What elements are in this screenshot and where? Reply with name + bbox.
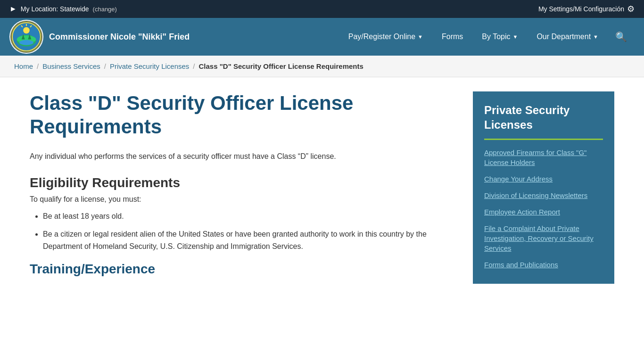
eligibility-heading: Eligibility Requirements [30, 175, 454, 190]
list-item: Forms and Publications [484, 260, 603, 270]
training-heading: Training/Experience [30, 262, 454, 277]
list-item: Change Your Address [484, 174, 603, 184]
svg-point-10 [19, 40, 33, 45]
sidebar-link-employee-action[interactable]: Employee Action Report [484, 208, 560, 216]
commissioner-name: Commissioner Nicole "Nikki" Fried [49, 32, 190, 42]
settings-icon[interactable]: ⚙ [627, 4, 635, 14]
breadcrumb: Home / Business Services / Private Secur… [0, 56, 644, 77]
svg-point-2 [23, 27, 30, 34]
sidebar-link-forms[interactable]: Forms and Publications [484, 261, 558, 269]
location-text: My Location: Statewide [21, 5, 89, 13]
sidebar-title: Private Security Licenses [484, 103, 603, 132]
top-bar: ► My Location: Statewide (change) My Set… [0, 0, 644, 18]
logo-area: Commissioner Nicole "Nikki" Fried [9, 20, 190, 54]
content-area: Class "D" Security Officer License Requi… [16, 77, 628, 298]
sidebar-box: Private Security Licenses Approved Firea… [473, 91, 614, 284]
main-header: Commissioner Nicole "Nikki" Fried Pay/Re… [0, 18, 644, 56]
intro-text: Any individual who performs the services… [30, 150, 454, 163]
breadcrumb-private-security[interactable]: Private Security Licenses [110, 62, 189, 70]
settings-label: My Settings/Mi Configuración [538, 5, 624, 13]
breadcrumb-sep-2: / [104, 62, 106, 70]
location-area: ► My Location: Statewide (change) [9, 5, 117, 13]
logo-circle [9, 20, 43, 54]
list-item: Approved Firearms for Class "G" License … [484, 148, 603, 167]
search-icon[interactable]: 🔍 [608, 18, 635, 56]
sidebar-link-complaint[interactable]: File a Complaint About Private Investiga… [484, 224, 594, 252]
breadcrumb-business-services[interactable]: Business Services [42, 62, 100, 70]
breadcrumb-current: Class "D" Security Officer License Requi… [199, 62, 363, 70]
list-item: Division of Licensing Newsletters [484, 190, 603, 200]
settings-area[interactable]: My Settings/Mi Configuración ⚙ [538, 4, 635, 14]
change-location-link[interactable]: (change) [93, 6, 117, 13]
sidebar-links: Approved Firearms for Class "G" License … [484, 148, 603, 270]
breadcrumb-sep-3: / [193, 62, 195, 70]
list-item: Be at least 18 years old. [43, 210, 454, 222]
location-icon: ► [9, 5, 17, 13]
nav-forms[interactable]: Forms [432, 19, 472, 54]
nav-pay-register[interactable]: Pay/Register Online ▼ [339, 19, 432, 54]
list-item: Be a citizen or legal resident alien of … [43, 228, 454, 252]
list-item: File a Complaint About Private Investiga… [484, 223, 603, 253]
main-content: Class "D" Security Officer License Requi… [30, 91, 454, 284]
nav-by-topic-arrow: ▼ [513, 34, 518, 40]
eligibility-subtext: To qualify for a license, you must: [30, 195, 454, 204]
breadcrumb-sep-1: / [37, 62, 39, 70]
sidebar-link-firearms[interactable]: Approved Firearms for Class "G" License … [484, 148, 586, 166]
page-title: Class "D" Security Officer License Requi… [30, 91, 454, 139]
nav-our-department-arrow: ▼ [593, 34, 598, 40]
sidebar-link-address[interactable]: Change Your Address [484, 175, 553, 183]
nav-by-topic[interactable]: By Topic ▼ [472, 19, 527, 54]
nav-our-department[interactable]: Our Department ▼ [527, 19, 608, 54]
sidebar-link-newsletters[interactable]: Division of Licensing Newsletters [484, 191, 587, 199]
sidebar-divider [484, 139, 603, 140]
main-nav: Pay/Register Online ▼ Forms By Topic ▼ O… [339, 18, 635, 56]
sidebar: Private Security Licenses Approved Firea… [473, 91, 614, 284]
nav-pay-register-arrow: ▼ [418, 34, 423, 40]
eligibility-list: Be at least 18 years old. Be a citizen o… [30, 210, 454, 252]
breadcrumb-home[interactable]: Home [14, 62, 33, 70]
list-item: Employee Action Report [484, 207, 603, 217]
